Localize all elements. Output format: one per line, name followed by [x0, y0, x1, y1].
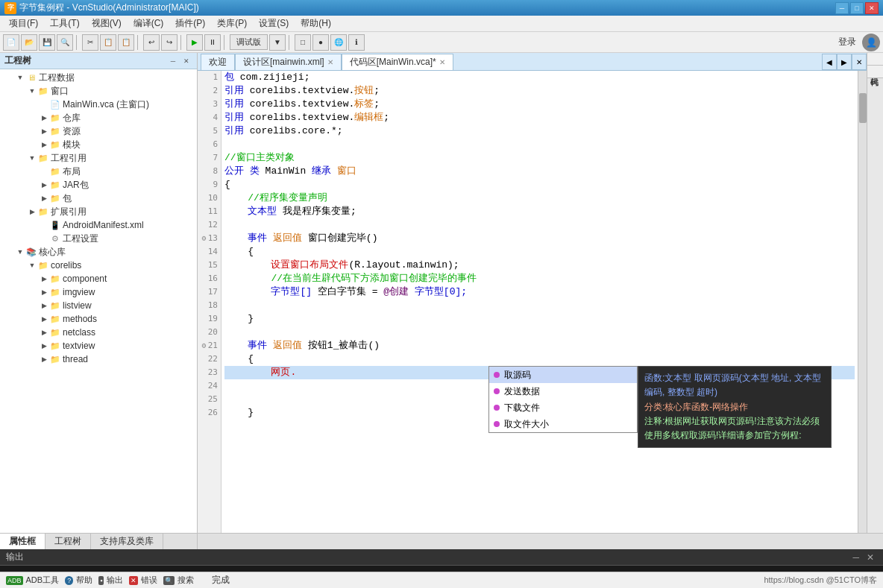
ac-item-0[interactable]: 取源码 [489, 367, 637, 383]
login-label[interactable]: 登录 [838, 36, 856, 48]
paste-button[interactable]: 📋 [118, 34, 134, 51]
code-content[interactable]: 包 com.zijieji; 引用 corelibs.textview.按钮; … [221, 71, 858, 533]
scrollbar-thumb[interactable] [859, 93, 867, 123]
save-button[interactable]: 💾 [39, 34, 55, 51]
user-avatar[interactable]: 👤 [862, 34, 880, 51]
toggle[interactable]: ▶ [39, 193, 49, 203]
status-help[interactable]: ? 帮助 [65, 575, 92, 586]
tree-item-layout[interactable]: 📁 布局 [1, 165, 195, 178]
status-adb[interactable]: ADB ADB工具 [6, 575, 59, 586]
sidebar-tab-library[interactable]: 支持库及类库 [91, 534, 163, 549]
tree-item-project-data[interactable]: ▼ 🖥 工程数据 [1, 71, 195, 84]
toggle[interactable]: ▶ [39, 287, 49, 297]
info-button[interactable]: ℹ [348, 34, 365, 51]
sidebar-minimize-button[interactable]: ─ [167, 55, 179, 67]
tree-item-resources[interactable]: ▶ 📁 资源 [1, 124, 195, 138]
tree-item-listview[interactable]: ▶ 📁 listview [1, 299, 195, 312]
toggle[interactable]: ▶ [27, 206, 37, 217]
status-search[interactable]: 🔍 搜索 [163, 575, 194, 586]
square-button[interactable]: □ [295, 34, 311, 51]
toggle[interactable]: ▶ [39, 314, 49, 324]
toggle[interactable]: ▼ [15, 72, 25, 83]
tree-item-textview[interactable]: ▶ 📁 textview [1, 339, 195, 353]
menu-settings[interactable]: 设置(S) [253, 16, 295, 31]
tree-item-jar[interactable]: ▶ 📁 JAR包 [1, 178, 195, 192]
sidebar-close-button[interactable]: ✕ [180, 55, 192, 67]
debug-arrow[interactable]: ▼ [269, 34, 286, 51]
tree-item-imgview[interactable]: ▶ 📁 imgview [1, 285, 195, 299]
new-button[interactable]: 📄 [3, 34, 19, 51]
tab-design-close[interactable]: ✕ [327, 58, 333, 66]
right-tab-component-list[interactable]: 组件列表 [867, 53, 883, 66]
tab-welcome[interactable]: 欢迎 [201, 54, 235, 70]
menu-help[interactable]: 帮助(H) [295, 16, 337, 31]
open-button[interactable]: 📂 [21, 34, 37, 51]
debug-label[interactable]: 调试版 [230, 34, 268, 50]
toggle[interactable]: ▼ [15, 247, 25, 257]
ac-item-3[interactable]: 取文件大小 [489, 416, 637, 432]
tab-code-close[interactable]: ✕ [439, 58, 445, 66]
tree-item-project-ref[interactable]: ▼ 📁 工程引用 [1, 151, 195, 165]
vertical-scrollbar[interactable] [858, 71, 867, 533]
toggle[interactable]: ▶ [39, 180, 49, 190]
menu-tools[interactable]: 工具(T) [44, 16, 85, 31]
toggle[interactable]: ▶ [39, 327, 49, 338]
status-output[interactable]: ▪ 输出 [98, 575, 123, 586]
toggle[interactable]: ▶ [39, 341, 49, 351]
tree-item-corelibs-folder[interactable]: ▼ 📁 corelibs [1, 259, 195, 272]
tab-next-button[interactable]: ▶ [837, 54, 852, 70]
tab-prev-button[interactable]: ◀ [822, 54, 837, 70]
sidebar-tab-tree[interactable]: 工程树 [45, 534, 91, 549]
tab-design[interactable]: 设计区[mainwin.xml] ✕ [235, 54, 342, 70]
tree-item-thread[interactable]: ▶ 📁 thread [1, 353, 195, 366]
tab-close-all-button[interactable]: ✕ [852, 54, 867, 70]
undo-button[interactable]: ↩ [143, 34, 160, 51]
ac-item-2[interactable]: 下载文件 [489, 399, 637, 416]
pause-button[interactable]: ⏸ [204, 34, 221, 51]
circle-button[interactable]: ● [312, 34, 329, 51]
close-button[interactable]: ✕ [865, 2, 879, 14]
cut-button[interactable]: ✂ [82, 34, 98, 51]
toggle[interactable]: ▶ [39, 139, 49, 150]
run-button[interactable]: ▶ [186, 34, 203, 51]
minimize-button[interactable]: ─ [835, 2, 849, 14]
ac-item-1[interactable]: 发送数据 [489, 383, 637, 399]
toggle[interactable]: ▼ [27, 153, 37, 163]
maximize-button[interactable]: □ [850, 2, 864, 14]
redo-button[interactable]: ↪ [161, 34, 177, 51]
tree-item-mainwin[interactable]: 📄 MainWin.vca (主窗口) [1, 98, 195, 111]
tree-label: textview [63, 341, 95, 351]
right-tab-code-tree[interactable]: 代码树 [867, 66, 883, 78]
tree-item-netclass[interactable]: ▶ 📁 netclass [1, 326, 195, 339]
toggle[interactable]: ▼ [27, 260, 37, 271]
status-error[interactable]: ✕ 错误 [129, 575, 157, 586]
tree-item-methods[interactable]: ▶ 📁 methods [1, 312, 195, 326]
menu-compile[interactable]: 编译(C) [128, 16, 170, 31]
search-button[interactable]: 🔍 [57, 34, 73, 51]
tree-item-corelib[interactable]: ▼ 📚 核心库 [1, 245, 195, 259]
output-close-button[interactable]: ✕ [864, 552, 877, 563]
tree-item-android-manifest[interactable]: 📱 AndroidManifest.xml [1, 218, 195, 232]
menu-project[interactable]: 项目(F) [3, 16, 44, 31]
tree-item-ext-ref[interactable]: ▶ 📁 扩展引用 [1, 205, 195, 218]
toggle[interactable]: ▼ [27, 86, 37, 96]
tree-item-window[interactable]: ▼ 📁 窗口 [1, 84, 195, 98]
sidebar-tab-properties[interactable]: 属性框 [0, 534, 45, 549]
toggle[interactable]: ▶ [39, 274, 49, 284]
tree-item-warehouse[interactable]: ▶ 📁 仓库 [1, 111, 195, 124]
toggle[interactable]: ▶ [39, 126, 49, 136]
copy-button[interactable]: 📋 [100, 34, 116, 51]
tree-item-component[interactable]: ▶ 📁 component [1, 272, 195, 285]
toggle[interactable]: ▶ [39, 113, 49, 123]
toggle[interactable]: ▶ [39, 300, 49, 311]
menu-view[interactable]: 视图(V) [86, 16, 128, 31]
tree-item-project-settings[interactable]: ⚙ 工程设置 [1, 232, 195, 245]
menu-plugin[interactable]: 插件(P) [169, 16, 211, 31]
output-minimize-button[interactable]: ─ [849, 552, 862, 563]
menu-classlib[interactable]: 类库(P) [211, 16, 253, 31]
toggle[interactable]: ▶ [39, 354, 49, 364]
tab-code[interactable]: 代码区[MainWin.vca]* ✕ [342, 54, 453, 70]
tree-item-modules[interactable]: ▶ 📁 模块 [1, 138, 195, 151]
tree-item-package[interactable]: ▶ 📁 包 [1, 192, 195, 205]
globe-button[interactable]: 🌐 [330, 34, 347, 51]
